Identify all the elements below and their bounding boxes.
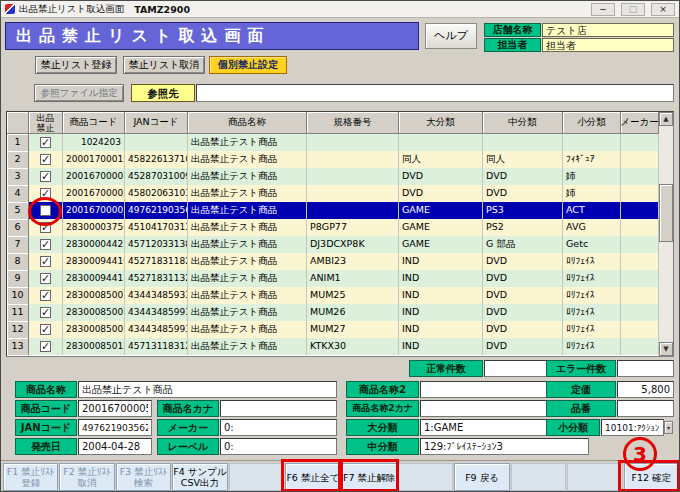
ban-checkbox-cell bbox=[29, 168, 63, 185]
list-price-field[interactable] bbox=[617, 381, 674, 398]
ban-checkbox-cell bbox=[29, 287, 63, 304]
reference-path-input[interactable] bbox=[196, 84, 674, 102]
ban-checkbox-cell bbox=[29, 185, 63, 202]
f9-back-button[interactable]: F9 戻る bbox=[454, 463, 509, 491]
cell-jan-code: 4528703100903 bbox=[125, 168, 188, 185]
f7-unban-button[interactable]: F7 禁止解除 bbox=[342, 463, 397, 491]
table-row[interactable]: 9 283000944171 4527183113268 出品禁止テスト商品 A… bbox=[7, 270, 659, 287]
ban-checkbox[interactable] bbox=[40, 154, 51, 165]
error-count-field[interactable] bbox=[617, 360, 674, 377]
ban-checkbox[interactable] bbox=[40, 307, 51, 318]
table-row[interactable]: 2 200017000121 4582261371076 出品禁止テスト商品 同… bbox=[7, 151, 659, 168]
vertical-scrollbar[interactable]: ▲ ▼ bbox=[659, 112, 673, 356]
label-field[interactable] bbox=[220, 438, 337, 455]
col-spec-number: 規格番号 bbox=[307, 112, 399, 134]
row-number: 10 bbox=[7, 287, 29, 304]
table-row[interactable]: 3 200167000016 4528703100903 出品禁止テスト商品 D… bbox=[7, 168, 659, 185]
ban-checkbox[interactable] bbox=[40, 205, 51, 216]
cell-category-large bbox=[399, 134, 483, 151]
ban-checkbox[interactable] bbox=[40, 137, 51, 148]
category-mid-field[interactable] bbox=[420, 438, 589, 455]
table-row[interactable]: 8 283000944168 4527183118276 出品禁止テスト商品 A… bbox=[7, 253, 659, 270]
f3-search-button[interactable]: F3 禁止ﾘｽﾄ検索 bbox=[116, 463, 171, 491]
table-row[interactable]: 1 1024203 出品禁止テスト商品 bbox=[7, 134, 659, 151]
table-row[interactable]: 12 283000850077 4344348599333 出品禁止テスト商品 … bbox=[7, 321, 659, 338]
maker-field[interactable] bbox=[220, 419, 337, 436]
cell-category-mid: PS3 bbox=[483, 202, 563, 219]
cell-maker bbox=[621, 304, 659, 321]
ban-checkbox[interactable] bbox=[40, 222, 51, 233]
table-row[interactable]: 11 283000850076 4344348599326 出品禁止テスト商品 … bbox=[7, 304, 659, 321]
staff-label: 担当者 bbox=[484, 38, 541, 52]
ban-checkbox[interactable] bbox=[40, 171, 51, 182]
maximize-button[interactable]: □ bbox=[621, 3, 645, 16]
table-row[interactable]: 5 200167000055 4976219035620 出品禁止テスト商品 G… bbox=[7, 202, 659, 219]
cell-jan-code: 4527183113268 bbox=[125, 270, 188, 287]
f4-sample-csv-button[interactable]: F4 サンプルCSV出力 bbox=[172, 463, 227, 491]
cell-spec-number: AMBI23 bbox=[307, 253, 399, 270]
category-small-field[interactable] bbox=[601, 419, 664, 436]
page-title: 出品禁止リスト取込画面 bbox=[5, 22, 419, 50]
f6-ban-all-button[interactable]: F6 禁止全て bbox=[285, 463, 340, 491]
choose-file-button[interactable]: 参照ファイル指定 bbox=[34, 84, 124, 102]
ban-checkbox[interactable] bbox=[40, 188, 51, 199]
table-row[interactable]: 10 283000850075 4344348593313 出品禁止テスト商品 … bbox=[7, 287, 659, 304]
f1-register-button[interactable]: F1 禁止ﾘｽﾄ登録 bbox=[3, 463, 58, 491]
category-small-dropdown-icon[interactable]: ▾ bbox=[664, 421, 673, 434]
cell-product-name: 出品禁止テスト商品 bbox=[188, 202, 307, 219]
ban-checkbox[interactable] bbox=[40, 341, 51, 352]
staff-value: 担当者 bbox=[542, 38, 674, 52]
minimize-button[interactable]: − bbox=[591, 3, 615, 16]
scroll-down-icon[interactable]: ▼ bbox=[659, 342, 673, 356]
product-name-field[interactable] bbox=[78, 381, 337, 398]
category-mid-label: 中分類 bbox=[346, 438, 419, 455]
col-product-code: 商品コード bbox=[63, 112, 125, 134]
cell-category-small: AVG bbox=[563, 219, 621, 236]
close-button[interactable]: × bbox=[651, 3, 675, 16]
scrollbar-thumb[interactable] bbox=[659, 184, 673, 242]
f11-empty-slot bbox=[567, 463, 622, 491]
col-ban: 出品禁止 bbox=[29, 112, 63, 134]
f12-confirm-button[interactable]: F12 確定 bbox=[624, 463, 679, 491]
cell-category-large: GAME bbox=[399, 236, 483, 253]
row-number: 7 bbox=[7, 236, 29, 253]
cell-category-large: GAME bbox=[399, 202, 483, 219]
cell-category-small: ﾛﾘﾌｪｲｽ bbox=[563, 287, 621, 304]
jan-code-field[interactable] bbox=[78, 419, 152, 436]
part-number-field[interactable] bbox=[617, 400, 674, 417]
ban-checkbox[interactable] bbox=[40, 273, 51, 284]
product-kana-field[interactable] bbox=[220, 400, 337, 417]
cell-product-name: 出品禁止テスト商品 bbox=[188, 151, 307, 168]
app-window: 出品禁止リスト取込画面 TAMZ2900 − □ × 出品禁止リスト取込画面 ヘ… bbox=[0, 0, 680, 492]
release-date-field[interactable] bbox=[78, 438, 152, 455]
cell-jan-code: 4976219035620 bbox=[125, 202, 188, 219]
cell-product-code: 283000850076 bbox=[63, 304, 125, 321]
individual-ban-tab[interactable]: 個別禁止設定 bbox=[209, 56, 287, 74]
scroll-up-icon[interactable]: ▲ bbox=[659, 112, 673, 126]
cell-maker bbox=[621, 134, 659, 151]
row-number: 9 bbox=[7, 270, 29, 287]
ban-checkbox[interactable] bbox=[40, 324, 51, 335]
cell-maker bbox=[621, 338, 659, 355]
cancel-list-tab[interactable]: 禁止リスト取消 bbox=[123, 56, 205, 74]
cell-category-small bbox=[563, 134, 621, 151]
cell-category-small: Getc bbox=[563, 236, 621, 253]
product-code-field[interactable] bbox=[78, 400, 152, 417]
ban-checkbox-cell bbox=[29, 304, 63, 321]
table-row[interactable]: 6 283000037501 4510417031321 出品禁止テスト商品 P… bbox=[7, 219, 659, 236]
cell-product-code: 200167000016 bbox=[63, 168, 125, 185]
table-row[interactable]: 7 283000044273 4571203313803 出品禁止テスト商品 D… bbox=[7, 236, 659, 253]
app-icon bbox=[5, 4, 15, 14]
ban-checkbox[interactable] bbox=[40, 239, 51, 250]
ban-checkbox[interactable] bbox=[40, 290, 51, 301]
cell-product-code: 283000037501 bbox=[63, 219, 125, 236]
table-row[interactable]: 13 283000850121 4571311831213 出品禁止テスト商品 … bbox=[7, 338, 659, 355]
cell-category-large: IND bbox=[399, 287, 483, 304]
help-button[interactable]: ヘルプ bbox=[425, 23, 477, 49]
table-row[interactable]: 4 200167000022 4580206310357 出品禁止テスト商品 D… bbox=[7, 185, 659, 202]
register-list-tab[interactable]: 禁止リスト登録 bbox=[35, 56, 117, 74]
cell-category-large: GAME bbox=[399, 219, 483, 236]
cell-maker bbox=[621, 253, 659, 270]
f2-cancel-button[interactable]: F2 禁止ﾘｽﾄ取消 bbox=[59, 463, 114, 491]
ban-checkbox[interactable] bbox=[40, 256, 51, 267]
